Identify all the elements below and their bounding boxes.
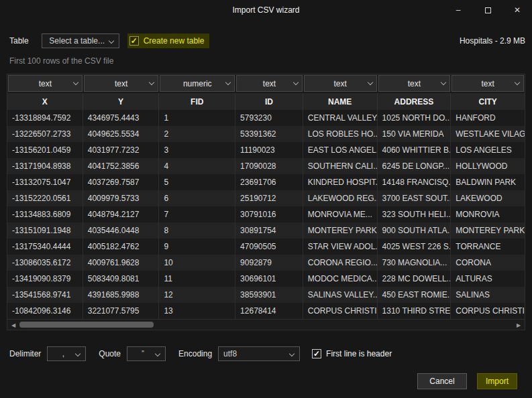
cell: -13086035.6172	[7, 255, 83, 271]
cell: 8	[159, 222, 235, 239]
cell: CORONA REGIO...	[303, 255, 378, 271]
table-row: -10842096.31463221077.57951312678414CORP…	[7, 303, 525, 319]
create-new-table-checkbox[interactable]: ✓ Create new table	[127, 34, 210, 48]
cell: LOS ANGELES	[451, 142, 525, 158]
table-row: -13132075.10474037269.7587523691706KINDR…	[7, 174, 525, 190]
horizontal-scrollbar[interactable]: ◀ ▶	[7, 319, 525, 330]
cell: MODOC MEDICA...	[303, 271, 378, 287]
cell: EAST LOS ANGEL...	[303, 142, 378, 158]
cell: 11	[159, 271, 235, 287]
column-type-value: numeric	[160, 75, 235, 92]
cell: 14148 FRANCISQ...	[378, 174, 451, 190]
import-button[interactable]: Import	[477, 373, 517, 389]
table-row: -13156201.04594031977.7232311190023EAST …	[7, 142, 525, 158]
cell: 23691706	[235, 174, 303, 190]
cell: 25190712	[235, 190, 303, 206]
cell: ALTURAS	[451, 271, 525, 287]
cell: MONTEREY PARK...	[303, 222, 378, 239]
quote-select[interactable]: "	[127, 346, 166, 361]
cell: 7	[159, 206, 235, 222]
maximize-icon	[485, 7, 491, 13]
cell: 4009761.9628	[83, 255, 160, 271]
cell: MONROVIA ME...	[303, 206, 378, 222]
cell: 5793230	[235, 110, 303, 126]
cell: 1	[159, 110, 235, 126]
cell: 13	[159, 303, 235, 319]
cell: -13156201.0459	[7, 142, 83, 158]
cell: 3700 EAST SOUT...	[378, 190, 451, 206]
column-type-select[interactable]: numeric	[159, 74, 235, 92]
cell: -13151091.1948	[7, 222, 83, 239]
column-type-select[interactable]: text	[83, 74, 160, 92]
cell: 4009979.5733	[83, 190, 160, 206]
cell: 5	[159, 174, 235, 190]
column-type-row: texttextnumerictexttexttexttext	[7, 74, 525, 92]
scroll-right-icon[interactable]: ▶	[514, 320, 523, 330]
table-select-value: Select a table...	[42, 36, 119, 46]
column-type-select[interactable]: text	[235, 74, 303, 92]
close-button[interactable]: ✕	[502, 0, 532, 20]
cell: -13134883.6809	[7, 206, 83, 222]
cell: -13171904.8938	[7, 158, 83, 174]
minimize-button[interactable]: –	[443, 0, 473, 20]
cell: 4346975.4443	[83, 110, 160, 126]
column-type-select[interactable]: text	[378, 74, 451, 92]
cell: -13419090.8379	[7, 271, 83, 287]
csv-preview-grid: texttextnumerictexttexttexttext XYFIDIDN…	[7, 74, 525, 330]
cell: MONTEREY PARK	[451, 222, 525, 239]
cell: 1025 NORTH DO...	[378, 110, 451, 126]
cell: 6	[159, 190, 235, 206]
delimiter-label: Delimiter	[9, 349, 41, 358]
delimiter-select[interactable]: ,	[47, 346, 86, 361]
minimize-icon: –	[456, 5, 461, 15]
maximize-button[interactable]	[473, 0, 502, 20]
cell: 12678414	[235, 303, 303, 319]
table-row: -13086035.61724009761.9628109092879CORON…	[7, 255, 525, 271]
cell: -10842096.3146	[7, 303, 83, 319]
cell: 4391685.9988	[83, 287, 160, 303]
checkbox-checked-icon: ✓	[312, 349, 321, 358]
quote-label: Quote	[99, 349, 121, 358]
scroll-left-icon[interactable]: ◀	[9, 320, 18, 330]
cell: 6245 DE LONGP...	[378, 158, 451, 174]
column-type-select[interactable]: text	[7, 74, 83, 92]
table-select[interactable]: Select a table...	[42, 34, 119, 48]
table-row: -13318894.75924346975.444315793230CENTRA…	[7, 110, 525, 126]
encoding-select[interactable]: utf8	[218, 346, 300, 361]
cell: 9092879	[235, 255, 303, 271]
cell: KINDRED HOSPIT...	[303, 174, 378, 190]
column-header: CITY	[451, 93, 525, 111]
cell: 12	[159, 287, 235, 303]
table-row: -13175340.44444005182.4762947090505STAR …	[7, 239, 525, 255]
preview-caption: First 100 rows of the CSV file	[9, 56, 113, 66]
cell: 30891754	[235, 222, 303, 239]
cell: 4037269.7587	[83, 174, 160, 190]
scrollbar-thumb[interactable]	[19, 322, 154, 328]
column-type-select[interactable]: text	[451, 74, 525, 92]
column-type-value: text	[451, 75, 524, 92]
cell: -13541568.9741	[7, 287, 83, 303]
table-row: -13152220.05614009979.5733625190712LAKEW…	[7, 190, 525, 206]
cancel-button[interactable]: Cancel	[417, 373, 467, 389]
cell: 17090028	[235, 158, 303, 174]
encoding-value: utf8	[219, 349, 299, 358]
first-line-header-label: First line is header	[326, 349, 392, 358]
cell: 4060 WHITTIER B...	[378, 142, 451, 158]
cell: CORONA	[451, 255, 525, 271]
column-header: X	[7, 93, 83, 111]
column-header: ADDRESS	[378, 93, 451, 111]
table-row: -13151091.19484035446.0448830891754MONTE…	[7, 222, 525, 239]
cell: 10	[159, 255, 235, 271]
cell: SALINAS	[451, 287, 525, 303]
cell: -13318894.7592	[7, 110, 83, 126]
cell: 30791016	[235, 206, 303, 222]
cell: SOUTHERN CALI...	[303, 158, 378, 174]
cell: HANFORD	[451, 110, 525, 126]
cell: 5083409.8081	[83, 271, 160, 287]
cell: HOLLYWOOD	[451, 158, 525, 174]
file-info: Hospitals - 2.9 MB	[460, 36, 525, 46]
column-type-select[interactable]: text	[303, 74, 378, 92]
cell: CENTRAL VALLEY...	[303, 110, 378, 126]
first-line-header-checkbox[interactable]: ✓ First line is header	[312, 349, 392, 358]
table-row: -13541568.97414391685.99881238593901SALI…	[7, 287, 525, 303]
